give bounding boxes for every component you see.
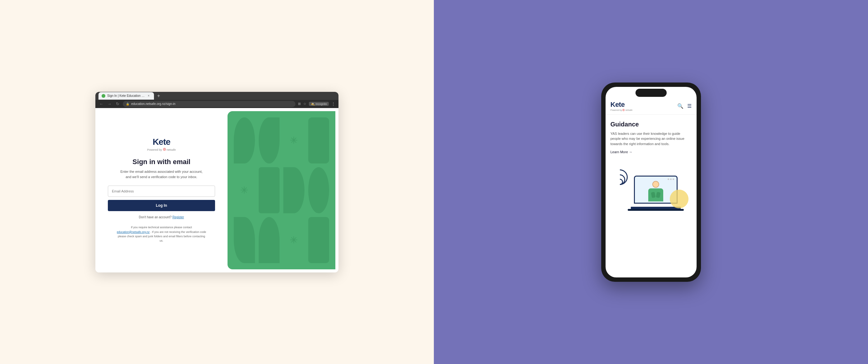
screen-dot-1 bbox=[668, 178, 669, 180]
shape-3: ✳ bbox=[283, 118, 305, 163]
phone-illustration bbox=[611, 160, 691, 210]
bookmark-icon[interactable]: ☆ bbox=[303, 102, 306, 106]
tab-close-button[interactable]: × bbox=[147, 94, 151, 98]
extensions-icon[interactable]: ⊞ bbox=[298, 102, 301, 106]
phone-section-title: Guidance bbox=[611, 121, 691, 128]
shape-9 bbox=[234, 217, 255, 263]
right-panel: Kete Powered by ⓝ netsafe 🔍 ☰ Guidance Y… bbox=[434, 0, 868, 364]
help-email-link[interactable]: education@netsafe.org.nz bbox=[117, 230, 150, 234]
help-line4: us. bbox=[160, 239, 163, 242]
phone-notch bbox=[636, 89, 666, 97]
phone-menu-icon[interactable]: ☰ bbox=[687, 103, 691, 109]
signin-panel: Kete Powered by ⓝ netsafe Sign in with e… bbox=[95, 108, 227, 272]
incognito-label: Incognito bbox=[315, 102, 327, 105]
browser-chrome: Sign In | Kete Education Hub × + ← → ↻ 🔒… bbox=[95, 92, 339, 108]
person-body bbox=[648, 188, 663, 201]
phone-header-icons: 🔍 ☰ bbox=[677, 103, 691, 109]
register-text: Don't have an account? Register bbox=[139, 216, 184, 219]
browser-content: Kete Powered by ⓝ netsafe Sign in with e… bbox=[95, 108, 339, 272]
subtitle-line2: and we'll send a verification code to yo… bbox=[126, 175, 197, 179]
url-text: education.netsafe.org.nz/sign-in bbox=[131, 102, 176, 105]
phone-kete-logo: Kete Powered by ⓝ netsafe bbox=[611, 101, 633, 112]
shape-2 bbox=[259, 118, 280, 163]
email-input[interactable] bbox=[108, 186, 215, 197]
tab-title: Sign In | Kete Education Hub bbox=[107, 94, 145, 97]
phone-netsafe-label: netsafe bbox=[625, 109, 632, 111]
signin-subtitle: Enter the email address associated with … bbox=[120, 169, 203, 179]
netsafe-text: netsafe bbox=[167, 148, 176, 151]
back-button[interactable]: ← bbox=[98, 101, 104, 106]
shape-7 bbox=[283, 167, 305, 213]
address-actions: ⊞ ☆ 🕵 Incognito ⋮ bbox=[298, 101, 335, 106]
help-text: If you require technical assistance plea… bbox=[117, 225, 206, 243]
signin-title: Sign in with email bbox=[132, 158, 190, 166]
phone-section-text: YAS leaders can use their knowledge to g… bbox=[611, 131, 691, 147]
forward-button[interactable]: → bbox=[106, 101, 112, 106]
active-tab[interactable]: Sign In | Kete Education Hub × bbox=[98, 92, 154, 100]
help-line1: If you require technical assistance plea… bbox=[131, 226, 192, 229]
shape-12 bbox=[308, 217, 330, 263]
browser-tabs: Sign In | Kete Education Hub × + bbox=[95, 92, 339, 100]
tab-favicon bbox=[102, 94, 105, 98]
shape-6 bbox=[259, 167, 280, 213]
screen-dots bbox=[668, 178, 674, 180]
screen-dot-2 bbox=[670, 178, 672, 180]
person-in-screen bbox=[648, 181, 663, 201]
shape-1 bbox=[234, 118, 255, 163]
phone-learn-more-link[interactable]: Learn More → bbox=[611, 150, 691, 154]
shape-11: ✳ bbox=[283, 217, 305, 263]
help-line2: . If you are not receiving the verificat… bbox=[151, 230, 206, 234]
person-head bbox=[652, 181, 659, 188]
kete-logo-text: Kete bbox=[153, 137, 170, 147]
kete-logo: Kete Powered by ⓝ netsafe bbox=[147, 137, 176, 152]
green-decorative-panel: ✳ ✳ ✳ bbox=[227, 111, 335, 269]
more-options-button[interactable]: ⋮ bbox=[331, 101, 335, 106]
phone-search-icon[interactable]: 🔍 bbox=[677, 103, 683, 109]
laptop-feet bbox=[628, 209, 684, 211]
lock-icon: 🔒 bbox=[126, 102, 129, 105]
powered-text: Powered by bbox=[147, 148, 162, 151]
login-button[interactable]: Log In bbox=[108, 200, 215, 211]
address-bar: ← → ↻ 🔒 education.netsafe.org.nz/sign-in… bbox=[95, 100, 339, 108]
subtitle-line1: Enter the email address associated with … bbox=[120, 170, 203, 173]
url-field[interactable]: 🔒 education.netsafe.org.nz/sign-in bbox=[123, 101, 296, 107]
register-link[interactable]: Register bbox=[173, 216, 184, 219]
wifi-arc-large bbox=[609, 166, 631, 188]
help-line3: please check spam and junk folders and e… bbox=[118, 235, 205, 238]
person-hand-right bbox=[656, 192, 660, 198]
kete-powered-by: Powered by ⓝ netsafe bbox=[147, 147, 176, 152]
green-shapes: ✳ ✳ ✳ bbox=[227, 111, 335, 269]
reload-button[interactable]: ↻ bbox=[115, 101, 120, 106]
yellow-circle-decoration bbox=[670, 190, 688, 208]
phone-content: Guidance YAS leaders can use their knowl… bbox=[606, 114, 696, 277]
shape-5: ✳ bbox=[234, 167, 255, 213]
incognito-icon: 🕵 bbox=[311, 102, 314, 105]
person-hand-left bbox=[651, 192, 655, 198]
shape-8 bbox=[308, 167, 330, 213]
phone-screen: Kete Powered by ⓝ netsafe 🔍 ☰ Guidance Y… bbox=[606, 87, 696, 277]
phone-mockup: Kete Powered by ⓝ netsafe 🔍 ☰ Guidance Y… bbox=[601, 82, 701, 282]
shape-4 bbox=[308, 118, 330, 163]
screen-dot-3 bbox=[673, 178, 674, 180]
netsafe-logo: ⓝ bbox=[163, 147, 166, 152]
browser-window: Sign In | Kete Education Hub × + ← → ↻ 🔒… bbox=[95, 92, 339, 272]
left-panel: Sign In | Kete Education Hub × + ← → ↻ 🔒… bbox=[0, 0, 434, 364]
phone-powered-text: Powered by bbox=[611, 109, 622, 111]
new-tab-button[interactable]: + bbox=[155, 93, 162, 99]
phone-powered-by: Powered by ⓝ netsafe bbox=[611, 109, 633, 112]
phone-kete-text: Kete bbox=[611, 101, 633, 109]
phone-netsafe-text: ⓝ bbox=[622, 109, 625, 112]
incognito-badge: 🕵 Incognito bbox=[309, 102, 329, 106]
register-prompt: Don't have an account? bbox=[139, 216, 172, 219]
shape-10 bbox=[259, 217, 280, 263]
